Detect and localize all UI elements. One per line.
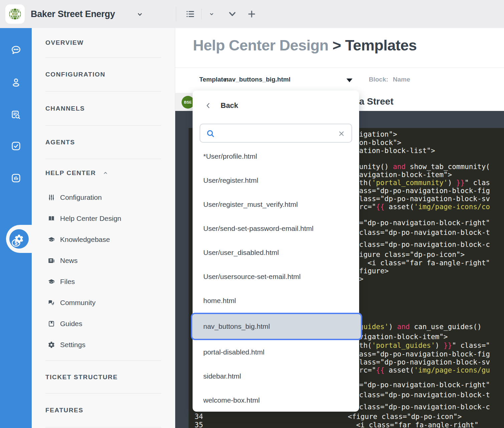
template-search-box[interactable]	[200, 124, 352, 143]
sidebar-item-guides[interactable]: Guides	[32, 313, 175, 334]
code-line: guides') and can_use_guides()	[359, 323, 482, 331]
sidebar-item-settings[interactable]: Settings	[32, 334, 175, 355]
sidebar-item-configuration[interactable]: Configuration	[32, 187, 175, 208]
code-line: rc="{{ asset('img/page-icons/gu	[359, 366, 490, 375]
template-option[interactable]: User/send-set-password-email.html	[193, 217, 359, 241]
line-number: 34	[195, 413, 203, 421]
list-view-icon[interactable]	[183, 7, 198, 21]
sidebar-section-label: CHANNELS	[45, 105, 85, 112]
sidebar-section-overview: OVERVIEW	[32, 28, 175, 57]
code-line: ass="dp-po-navigation-block-fig	[359, 187, 490, 195]
code-line: on-block">	[359, 139, 401, 147]
sidebar-item-help-center-design[interactable]: Help Center Design	[32, 208, 175, 229]
clear-search-icon[interactable]	[337, 130, 345, 138]
sidebar-section-header[interactable]: CHANNELS	[32, 92, 175, 125]
sidebar-section-channels: CHANNELS	[32, 92, 175, 125]
back-label: Back	[221, 101, 238, 110]
conversations-icon[interactable]	[0, 39, 32, 61]
line-number: 35	[195, 421, 203, 428]
sidebar-section-label: AGENTS	[45, 139, 75, 146]
svg-text:BSE: BSE	[12, 12, 18, 16]
code-line: lass="dp-po-navigation-block-sv	[359, 358, 490, 367]
reports-icon[interactable]	[0, 167, 32, 189]
code-line: ="dp-po-navigation-block-right"	[359, 219, 490, 227]
topbar-divider	[201, 9, 202, 19]
sidebar-item-knowledgebase[interactable]: Knowledgebase	[32, 229, 175, 250]
sidebar-section-label: HELP CENTER	[45, 169, 96, 177]
template-option[interactable]: portal-disabled.html	[193, 340, 359, 364]
back-chevron-left-icon	[205, 101, 212, 110]
globe-icon: BSE	[8, 7, 22, 21]
template-option[interactable]: *User/profile.html	[193, 144, 359, 168]
sidebar-item-label: Guides	[60, 320, 82, 328]
svg-text:$: $	[14, 240, 17, 246]
sidebar-section-label: OVERVIEW	[45, 39, 84, 46]
topbar-divider	[176, 7, 176, 21]
sidebar-section-header[interactable]: FEATURES	[32, 394, 175, 427]
sidebar-section-features: FEATURES	[32, 394, 175, 427]
add-plus-icon[interactable]	[244, 7, 259, 21]
sidebar-item-news[interactable]: News	[32, 250, 175, 271]
code-line: class="dp-po-navigation-block-t	[359, 391, 490, 399]
sidebar-item-label: Configuration	[60, 193, 102, 201]
sidebar-section-header[interactable]: HELP CENTER	[32, 159, 175, 187]
template-option[interactable]: User/register.html	[193, 168, 359, 192]
sidebar-section-header[interactable]: TICKET STRUCTURE	[32, 361, 175, 393]
sidebar-item-label: Files	[60, 278, 75, 286]
sidebar-section-header[interactable]: AGENTS	[32, 126, 175, 159]
tasks-icon[interactable]	[0, 135, 32, 157]
brand-name[interactable]: Baker Street Energy	[31, 0, 115, 28]
contacts-icon[interactable]	[0, 72, 32, 93]
sidebar-section-agents: AGENTS	[32, 126, 175, 159]
sidebar-section-header[interactable]: OVERVIEW	[32, 28, 175, 57]
grad-cap-icon	[47, 236, 55, 244]
brand-chevron-down-icon[interactable]	[136, 11, 144, 18]
sidebar-section-header[interactable]: CONFIGURATION	[32, 58, 175, 91]
template-caret-down-icon[interactable]	[346, 79, 352, 82]
code-line: ation-block-list">	[359, 147, 435, 155]
sidebar-item-community[interactable]: Community	[32, 292, 175, 313]
template-list: *User/profile.htmlUser/register.htmlUser…	[193, 144, 359, 412]
sidebar-item-label: Knowledgebase	[60, 236, 110, 244]
sidebar-item-label: Help Center Design	[60, 215, 121, 223]
block-label: Block:	[369, 76, 388, 83]
guide-book-icon	[47, 320, 55, 328]
template-option[interactable]: welcome-box.html	[193, 388, 359, 412]
sidebar-section-configuration: CONFIGURATION	[32, 58, 175, 91]
code-line: ass="dp-po-navigation-block-fig	[359, 350, 490, 359]
grad-cap-icon	[47, 278, 55, 286]
block-select-value[interactable]: Name	[393, 76, 410, 83]
help-center-items: ConfigurationHelp Center DesignKnowledge…	[32, 187, 175, 361]
billing-icon[interactable]: $	[0, 232, 32, 254]
code-line: rc="{{ asset('img/page-icons/co	[359, 203, 490, 211]
template-option[interactable]: User/usersource-set-email.html	[193, 265, 359, 289]
sidebar-section-label: TICKET STRUCTURE	[45, 374, 118, 381]
dropdown-back-button[interactable]: Back	[193, 91, 359, 121]
sidebar-divider	[45, 427, 161, 427]
template-select-value[interactable]: nav_buttons_big.html	[225, 76, 290, 83]
code-line: th('portal_guides') }}" class="	[359, 341, 490, 350]
template-option-selected[interactable]: nav_buttons_big.html	[191, 313, 362, 340]
code-line: class="dp-po-navigation-block-t	[359, 229, 490, 237]
sidebar-section-label: CONFIGURATION	[45, 71, 105, 78]
sidebar-item-label: Settings	[60, 341, 85, 349]
preview-tab-title: a Street	[359, 96, 394, 107]
template-toolbar: Template: nav_buttons_big.html Block: Na…	[175, 68, 504, 93]
template-option[interactable]: sidebar.html	[193, 364, 359, 388]
book-icon	[47, 215, 55, 223]
page-title: Help Center Design > Templates	[193, 37, 417, 54]
template-option[interactable]: home.html	[193, 289, 359, 313]
search-input[interactable]	[219, 126, 330, 140]
brand-logo[interactable]: BSE	[5, 4, 25, 24]
app-root: BSE Baker Street Energy	[0, 0, 504, 428]
code-line: ="dp-po-navigation-block-right"	[359, 381, 490, 389]
code-line: <i class="far fa-angle-right"	[356, 421, 479, 428]
template-option[interactable]: User/register_must_verify.html	[193, 192, 359, 217]
code-line: lass="dp-po-navigation-block-sv	[359, 195, 490, 203]
small-chevron-down-icon[interactable]	[204, 7, 219, 21]
collapse-chevron-down-icon[interactable]	[225, 7, 240, 21]
template-option[interactable]: User/user_disabled.html	[193, 241, 359, 265]
sidebar-item-files[interactable]: Files	[32, 271, 175, 292]
search-document-icon[interactable]	[0, 104, 32, 126]
code-line: >	[359, 275, 363, 283]
